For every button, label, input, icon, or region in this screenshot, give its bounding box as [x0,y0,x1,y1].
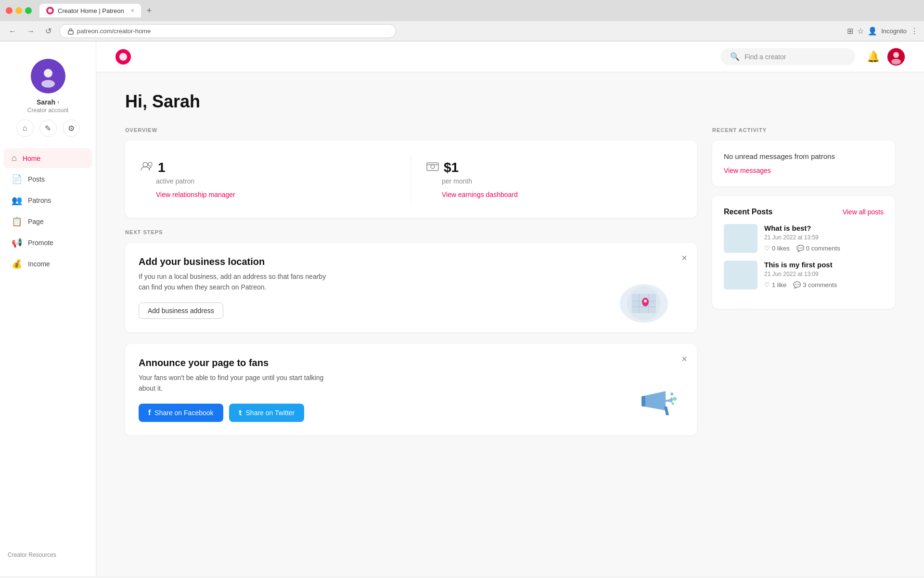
avatar [31,59,65,93]
avatar-icon [36,64,61,89]
svg-point-24 [673,397,677,401]
earnings-period: per month [442,177,681,185]
post-date-2: 21 Jun 2022 at 13:09 [764,271,884,277]
svg-rect-1 [68,31,73,34]
post-likes-2: ♡ 1 like [764,281,786,289]
svg-point-10 [148,162,152,166]
sidebar-item-income[interactable]: 💰 Income [4,254,92,274]
view-relationship-link[interactable]: View relationship manager [156,191,395,198]
post-title-1[interactable]: What is best? [764,224,884,232]
minimize-dot[interactable] [15,7,22,14]
comment-icon-2: 💬 [793,281,801,289]
post-item-2: This is my first post 21 Jun 2022 at 13:… [724,261,884,289]
tab-close-button[interactable]: × [131,7,134,14]
post-thumbnail-1 [724,224,757,253]
sidebar-item-patrons[interactable]: 👥 Patrons [4,190,92,210]
forward-button[interactable]: → [24,25,38,38]
home-icon-button[interactable]: ⌂ [16,119,34,137]
patrons-icon: 👥 [12,195,22,206]
tab-title: Creator Home | Patreon [58,7,124,14]
announce-title: Announce your page to fans [139,357,683,368]
search-bar[interactable]: 🔍 Find a creator [720,48,855,65]
promote-icon: 📢 [12,237,22,248]
close-business-card-button[interactable]: × [681,252,687,263]
patreon-logo[interactable] [116,49,131,65]
view-all-posts-link[interactable]: View all posts [843,208,884,216]
overview-section: OVERVIEW [125,127,697,218]
page-greeting: Hi, Sarah [125,92,895,112]
sidebar: Sarah › Creator account ⌂ ✎ ⚙ ⌂ Home 📄 P… [0,41,96,576]
comment-icon-1: 💬 [796,245,804,252]
post-meta-2: ♡ 1 like 💬 3 comments [764,281,884,289]
view-earnings-link[interactable]: View earnings dashboard [442,191,681,198]
edit-icon-button[interactable]: ✎ [39,119,57,137]
maximize-dot[interactable] [25,7,32,14]
recent-posts-header: Recent Posts View all posts [724,208,884,216]
profile-button[interactable]: 👤 [868,26,877,36]
creator-resources-link[interactable]: Creator Resources [8,552,56,558]
svg-point-25 [672,402,674,405]
lock-icon [67,28,74,35]
sidebar-item-home[interactable]: ⌂ Home [4,148,92,168]
svg-point-21 [644,300,647,302]
address-text: patreon.com/creator-home [77,27,151,35]
svg-point-23 [670,393,673,395]
patreon-logo-icon [116,49,131,65]
share-facebook-button[interactable]: f Share on Facebook [139,404,223,422]
sidebar-bottom: Creator Resources [0,542,96,566]
browser-dots [6,7,32,14]
sidebar-label-home: Home [23,155,40,162]
reload-button[interactable]: ↺ [42,25,54,38]
business-location-body: If you run a local business, add an addr… [139,271,331,293]
twitter-icon: 𝕥 [239,409,242,417]
posts-icon: 📄 [12,174,22,184]
sidebar-action-icons: ⌂ ✎ ⚙ [16,119,80,137]
main-content: Hi, Sarah OVERVIEW [96,72,924,576]
sidebar-nav: ⌂ Home 📄 Posts 👥 Patrons 📋 Page 📢 [0,148,96,275]
messages-text: No unread messages from patrons [724,152,884,160]
announce-card: × Announce your page to fans Your fans w… [125,344,697,435]
share-twitter-button[interactable]: 𝕥 Share on Twitter [229,404,305,422]
recent-activity-panel: RECENT ACTIVITY No unread messages from … [712,127,895,435]
sidebar-user-section: Sarah › Creator account ⌂ ✎ ⚙ [0,51,96,144]
sidebar-username[interactable]: Sarah › [37,98,59,106]
next-steps-label: NEXT STEPS [125,229,697,235]
sidebar-label-patrons: Patrons [28,197,51,204]
sidebar-item-promote[interactable]: 📢 Promote [4,233,92,253]
messages-card: No unread messages from patrons View mes… [712,141,895,186]
header-avatar[interactable] [887,48,905,66]
address-bar[interactable]: patreon.com/creator-home [59,24,396,38]
map-svg [627,287,661,320]
browser-action-buttons: ⊞ ☆ 👤 Incognito ⋮ [847,26,918,36]
content-grid: OVERVIEW [125,127,895,435]
new-tab-button[interactable]: + [147,6,152,16]
sidebar-item-posts[interactable]: 📄 Posts [4,169,92,189]
back-button[interactable]: ← [6,25,19,38]
browser-tab[interactable]: Creator Home | Patreon × [39,4,141,17]
overview-card: 1 active patron View relationship manage… [125,141,697,218]
notification-bell-icon[interactable]: 🔔 [867,51,880,63]
earnings-stat: $1 per month View earnings dashboard [411,156,681,202]
sidebar-label-income: Income [28,260,50,268]
search-icon: 🔍 [730,52,740,61]
svg-rect-22 [642,396,645,407]
menu-button[interactable]: ⋮ [911,26,918,36]
bookmarks-button[interactable]: ☆ [857,26,864,36]
settings-icon-button[interactable]: ⚙ [63,119,80,137]
svg-point-3 [44,69,52,78]
sidebar-label-posts: Posts [28,175,45,183]
extensions-button[interactable]: ⊞ [847,26,853,36]
add-business-address-button[interactable]: Add business address [139,302,223,319]
close-announce-card-button[interactable]: × [681,354,687,365]
post-item-1: What is best? 21 Jun 2022 at 13:59 ♡ 0 l… [724,224,884,253]
business-location-title: Add your business location [139,256,683,267]
header-avatar-image [887,48,905,66]
next-steps-section: NEXT STEPS × Add your business location … [125,229,697,435]
announce-svg [639,386,678,420]
page-icon: 📋 [12,216,22,227]
patrons-stat: 1 active patron View relationship manage… [141,156,411,202]
sidebar-item-page[interactable]: 📋 Page [4,211,92,232]
post-title-2[interactable]: This is my first post [764,261,884,269]
view-messages-link[interactable]: View messages [724,167,771,174]
close-dot[interactable] [6,7,13,14]
